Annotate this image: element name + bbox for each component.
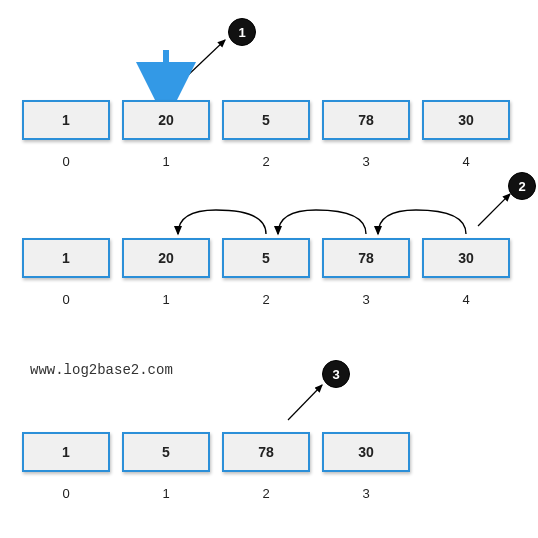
array-cell: 20 [122, 100, 210, 140]
svg-line-0 [185, 40, 225, 78]
array-cell: 30 [322, 432, 410, 472]
step3-stage: 1 5 78 30 0 1 2 3 [0, 432, 538, 501]
step1-array: 1 20 5 78 30 [0, 100, 538, 140]
array-index: 0 [22, 154, 110, 169]
array-index: 0 [22, 486, 110, 501]
watermark-text: www.log2base2.com [30, 362, 173, 378]
step1-indices: 0 1 2 3 4 [0, 154, 538, 169]
array-index: 4 [422, 292, 510, 307]
array-index: 2 [222, 154, 310, 169]
array-index: 4 [422, 154, 510, 169]
array-index: 0 [22, 292, 110, 307]
array-cell: 1 [22, 432, 110, 472]
step2-stage: 1 20 5 78 30 0 1 2 3 4 [0, 238, 538, 307]
array-cell: 30 [422, 238, 510, 278]
step-badge-1: 1 [228, 18, 256, 46]
array-index: 1 [122, 292, 210, 307]
array-index: 1 [122, 486, 210, 501]
step-badge-3: 3 [322, 360, 350, 388]
array-cell: 1 [22, 238, 110, 278]
array-index: 3 [322, 486, 410, 501]
array-cell: 5 [122, 432, 210, 472]
array-index: 2 [222, 486, 310, 501]
array-cell: 30 [422, 100, 510, 140]
step2-indices: 0 1 2 3 4 [0, 292, 538, 307]
array-cell: 78 [222, 432, 310, 472]
step1-stage: 1 20 5 78 30 0 1 2 3 4 [0, 100, 538, 169]
step3-array: 1 5 78 30 [0, 432, 538, 472]
step3-indices: 0 1 2 3 [0, 486, 538, 501]
array-cell: 5 [222, 100, 310, 140]
array-index: 1 [122, 154, 210, 169]
array-cell: 20 [122, 238, 210, 278]
array-index: 2 [222, 292, 310, 307]
svg-line-2 [478, 194, 510, 226]
step-badge-2: 2 [508, 172, 536, 200]
step2-array: 1 20 5 78 30 [0, 238, 538, 278]
array-index: 3 [322, 292, 410, 307]
array-cell: 78 [322, 100, 410, 140]
svg-line-3 [288, 385, 322, 420]
array-cell: 78 [322, 238, 410, 278]
array-cell: 5 [222, 238, 310, 278]
array-cell: 1 [22, 100, 110, 140]
array-index: 3 [322, 154, 410, 169]
